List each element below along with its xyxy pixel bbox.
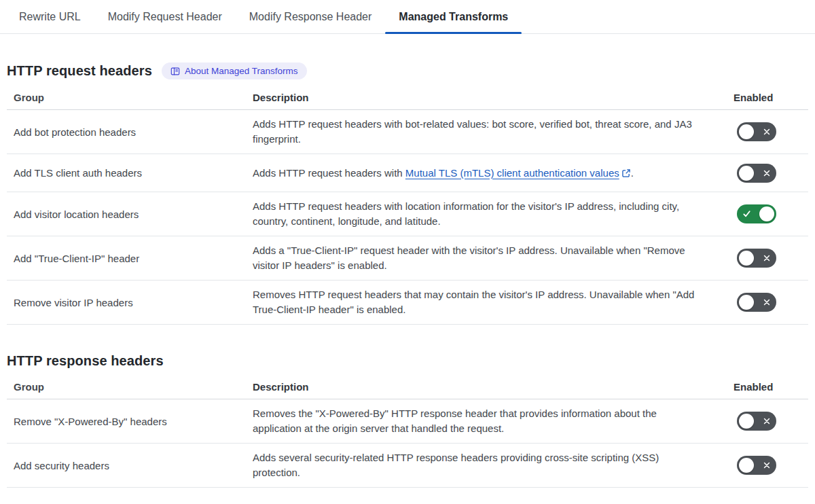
row-group-label: Add bot protection headers (7, 126, 253, 138)
x-icon (763, 128, 771, 136)
table-row: Add bot protection headers Adds HTTP req… (7, 110, 808, 154)
x-icon (763, 461, 771, 469)
tab-modify-request-header[interactable]: Modify Request Header (94, 0, 236, 33)
tab-label: Rewrite URL (19, 11, 81, 23)
description-text: Adds HTTP request headers with (253, 167, 405, 179)
tab-label: Modify Request Header (108, 11, 222, 23)
row-description: Adds HTTP request headers with bot-relat… (253, 117, 734, 147)
row-enabled-cell (734, 249, 808, 268)
row-description: Adds HTTP request headers with location … (253, 199, 734, 229)
table-row: Add security headers Adds several securi… (7, 444, 808, 488)
tab-label: Managed Transforms (399, 11, 508, 23)
tab-rewrite-url[interactable]: Rewrite URL (5, 0, 94, 33)
toggle-knob (739, 124, 754, 139)
row-description: Adds several security-related HTTP respo… (253, 450, 734, 480)
badge-label: About Managed Transforms (185, 66, 298, 76)
tab-label: Modify Response Header (249, 11, 372, 23)
description-text: . (631, 167, 634, 179)
toggle-knob (739, 166, 754, 181)
row-description: Removes HTTP request headers that may co… (253, 287, 734, 317)
table-row: Add TLS client auth headers Adds HTTP re… (7, 154, 808, 192)
x-icon (763, 169, 771, 177)
check-icon (742, 210, 751, 219)
tab-managed-transforms[interactable]: Managed Transforms (385, 0, 522, 33)
column-header-description: Description (253, 92, 734, 103)
row-description: Adds a "True-Client-IP" request header w… (253, 243, 734, 273)
table-header-row: Group Description Enabled (7, 89, 808, 110)
column-header-group: Group (7, 381, 253, 393)
column-header-group: Group (7, 92, 253, 103)
row-enabled-cell (734, 412, 808, 431)
toggle-knob (759, 206, 774, 221)
tab-modify-response-header[interactable]: Modify Response Header (236, 0, 386, 33)
row-description: Removes the "X-Powered-By" HTTP response… (253, 406, 734, 436)
row-group-label: Remove "X-Powered-By" headers (7, 416, 253, 427)
book-icon (170, 67, 180, 76)
section-title: HTTP response headers (7, 353, 164, 369)
toggle-knob (739, 458, 754, 473)
row-description: Adds HTTP request headers with Mutual TL… (253, 166, 734, 181)
column-header-description: Description (253, 381, 734, 393)
section: HTTP response headers Group Description … (7, 353, 808, 488)
transform-rules-tabbar: Rewrite URL Modify Request Header Modify… (0, 0, 815, 34)
table-row: Remove "X-Powered-By" headers Removes th… (7, 399, 808, 444)
row-enabled-cell (734, 456, 808, 475)
section-header: HTTP request headers About Managed Trans… (7, 62, 808, 79)
row-enabled-cell (734, 164, 808, 183)
external-link-icon (619, 167, 631, 179)
table-row: Remove visitor IP headers Removes HTTP r… (7, 281, 808, 325)
managed-transforms-content: HTTP request headers About Managed Trans… (0, 62, 815, 488)
table-row: Add "True-Client-IP" header Adds a "True… (7, 236, 808, 281)
row-enabled-cell (734, 122, 808, 141)
toggle-knob (739, 251, 754, 266)
row-group-label: Remove visitor IP headers (7, 297, 253, 308)
table-header-row: Group Description Enabled (7, 378, 808, 399)
x-icon (763, 298, 771, 306)
enabled-toggle[interactable] (737, 122, 776, 141)
toggle-knob (739, 414, 754, 429)
table: Group Description Enabled Add bot protec… (7, 89, 808, 325)
row-group-label: Add security headers (7, 460, 253, 471)
description-link-text: Mutual TLS (mTLS) client authentication … (405, 167, 619, 179)
enabled-toggle[interactable] (737, 293, 776, 312)
x-icon (763, 254, 771, 262)
enabled-toggle[interactable] (737, 204, 776, 223)
row-enabled-cell (734, 204, 808, 223)
row-enabled-cell (734, 293, 808, 312)
table-row: Add visitor location headers Adds HTTP r… (7, 192, 808, 236)
column-header-enabled: Enabled (734, 92, 808, 103)
description-link[interactable]: Mutual TLS (mTLS) client authentication … (405, 167, 631, 179)
enabled-toggle[interactable] (737, 456, 776, 475)
enabled-toggle[interactable] (737, 412, 776, 431)
toggle-knob (739, 295, 754, 310)
about-managed-transforms-badge[interactable]: About Managed Transforms (162, 62, 307, 79)
enabled-toggle[interactable] (737, 249, 776, 268)
column-header-enabled: Enabled (734, 381, 808, 393)
x-icon (763, 417, 771, 425)
enabled-toggle[interactable] (737, 164, 776, 183)
section: HTTP request headers About Managed Trans… (7, 62, 808, 325)
table: Group Description Enabled Remove "X-Powe… (7, 378, 808, 488)
row-group-label: Add TLS client auth headers (7, 167, 253, 179)
section-header: HTTP response headers (7, 353, 808, 369)
section-title: HTTP request headers (7, 63, 152, 79)
row-group-label: Add visitor location headers (7, 209, 253, 220)
row-group-label: Add "True-Client-IP" header (7, 253, 253, 264)
